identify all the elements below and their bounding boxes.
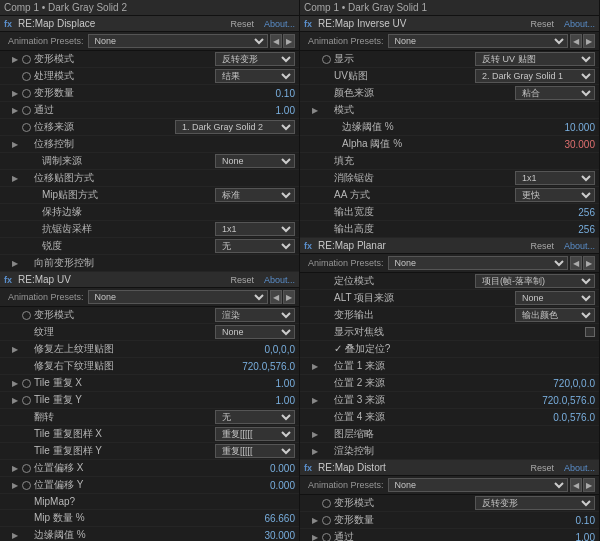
- prop-row: ▶ 变形数量 0.10: [0, 85, 299, 102]
- stopwatch-icon[interactable]: [322, 533, 331, 542]
- prop-value[interactable]: 720,0,0.0: [553, 378, 595, 389]
- stopwatch-icon[interactable]: [22, 123, 31, 132]
- prop-value[interactable]: 1.00: [276, 395, 295, 406]
- prop-label: Tile 重复 Y: [34, 393, 272, 407]
- about-uv[interactable]: About...: [264, 275, 295, 285]
- prop-row: ▶ 边缘阈值 % 30.000: [0, 527, 299, 541]
- prop-label: 变形输出: [334, 308, 515, 322]
- prop-dropdown[interactable]: 无: [215, 410, 295, 424]
- prop-dropdown[interactable]: None: [215, 325, 295, 339]
- prop-value[interactable]: 30.000: [564, 139, 595, 150]
- anim-prev-distort[interactable]: ◀: [570, 478, 582, 492]
- prop-label: 位置偏移 Y: [34, 478, 266, 492]
- anim-prev-uv[interactable]: ◀: [270, 290, 282, 304]
- stopwatch-icon[interactable]: [22, 396, 31, 405]
- prop-value[interactable]: 10.000: [564, 122, 595, 133]
- prop-value[interactable]: 66.660: [264, 513, 295, 524]
- anim-prev-planar[interactable]: ◀: [570, 256, 582, 270]
- stopwatch-icon[interactable]: [22, 464, 31, 473]
- prop-value[interactable]: 30.000: [264, 530, 295, 541]
- reset-uv[interactable]: Reset: [230, 275, 254, 285]
- reset-inverse-uv[interactable]: Reset: [530, 19, 554, 29]
- remap-displace-section[interactable]: fx RE:Map Displace Reset About...: [0, 16, 299, 32]
- prop-dropdown[interactable]: 标准: [215, 188, 295, 202]
- stopwatch-icon[interactable]: [322, 55, 331, 64]
- about-inverse-uv[interactable]: About...: [564, 19, 595, 29]
- prop-dropdown[interactable]: 2. Dark Gray Solid 1: [475, 69, 595, 83]
- prop-dropdown[interactable]: 输出颜色: [515, 308, 595, 322]
- prop-label: Tile 重复图样 Y: [34, 444, 215, 458]
- prop-dropdown[interactable]: 反转变形: [215, 52, 295, 66]
- triangle-icon: ▶: [12, 531, 20, 539]
- prop-dropdown[interactable]: None: [215, 154, 295, 168]
- prop-dropdown[interactable]: 反转变形: [475, 496, 595, 510]
- anim-next-planar[interactable]: ▶: [583, 256, 595, 270]
- prop-dropdown[interactable]: 项目(帧-落率制): [475, 274, 595, 288]
- anim-preset-select-distort[interactable]: None: [388, 478, 568, 492]
- prop-value[interactable]: 1.00: [276, 378, 295, 389]
- prop-row: ▶ 变形模式 反转变形: [300, 495, 599, 512]
- reset-distort[interactable]: Reset: [530, 463, 554, 473]
- prop-value[interactable]: 0.000: [270, 463, 295, 474]
- anim-next-inverse-uv[interactable]: ▶: [583, 34, 595, 48]
- remap-uv-section[interactable]: fx RE:Map UV Reset About...: [0, 272, 299, 288]
- prop-row: ▶ 翻转 无: [0, 409, 299, 426]
- anim-next-distort[interactable]: ▶: [583, 478, 595, 492]
- triangle-icon: ▶: [12, 106, 20, 114]
- stopwatch-icon[interactable]: [22, 72, 31, 81]
- prop-dropdown[interactable]: 重复[[[[[: [215, 427, 295, 441]
- prop-value[interactable]: 720.0,576.0: [242, 361, 295, 372]
- reset-displace[interactable]: Reset: [230, 19, 254, 29]
- prop-dropdown[interactable]: 渲染: [215, 308, 295, 322]
- reset-planar[interactable]: Reset: [530, 241, 554, 251]
- stopwatch-icon[interactable]: [22, 106, 31, 115]
- prop-row: ▶ 位置 2 来源 720,0,0.0: [300, 375, 599, 392]
- prop-value[interactable]: 0.10: [276, 88, 295, 99]
- stopwatch-icon[interactable]: [22, 379, 31, 388]
- anim-next-displace[interactable]: ▶: [283, 34, 295, 48]
- anim-next-uv[interactable]: ▶: [283, 290, 295, 304]
- remap-inverse-uv-section[interactable]: fx RE:Map Inverse UV Reset About...: [300, 16, 599, 32]
- anim-preset-select-inverse-uv[interactable]: None: [388, 34, 568, 48]
- prop-dropdown[interactable]: 更快: [515, 188, 595, 202]
- checkbox-show-focus[interactable]: [585, 327, 595, 337]
- anim-preset-select-planar[interactable]: None: [388, 256, 568, 270]
- anim-preset-select-uv[interactable]: None: [88, 290, 268, 304]
- stopwatch-icon[interactable]: [22, 481, 31, 490]
- prop-value[interactable]: 0,0,0,0: [264, 344, 295, 355]
- stopwatch-icon[interactable]: [322, 499, 331, 508]
- about-displace[interactable]: About...: [264, 19, 295, 29]
- prop-dropdown[interactable]: 反转 UV 贴图: [475, 52, 595, 66]
- stopwatch-icon[interactable]: [22, 55, 31, 64]
- prop-dropdown[interactable]: 粘合: [515, 86, 595, 100]
- prop-dropdown[interactable]: 1x1: [515, 171, 595, 185]
- anim-prev-displace[interactable]: ◀: [270, 34, 282, 48]
- prop-value[interactable]: 0.0,576.0: [553, 412, 595, 423]
- prop-value[interactable]: 1.00: [576, 532, 595, 542]
- prop-dropdown[interactable]: 重复[[[[[: [215, 444, 295, 458]
- remap-distort-section[interactable]: fx RE:Map Distort Reset About...: [300, 460, 599, 476]
- prop-value[interactable]: 256: [578, 207, 595, 218]
- anim-preset-select-displace[interactable]: None: [88, 34, 268, 48]
- prop-dropdown[interactable]: 1x1: [215, 222, 295, 236]
- about-distort[interactable]: About...: [564, 463, 595, 473]
- about-planar[interactable]: About...: [564, 241, 595, 251]
- prop-row: ▶ 输出高度 256: [300, 221, 599, 238]
- remap-planar-section[interactable]: fx RE:Map Planar Reset About...: [300, 238, 599, 254]
- stopwatch-icon[interactable]: [22, 311, 31, 320]
- prop-value[interactable]: 0.10: [576, 515, 595, 526]
- stopwatch-icon[interactable]: [22, 89, 31, 98]
- prop-value[interactable]: 1.00: [276, 105, 295, 116]
- anim-prev-inverse-uv[interactable]: ◀: [570, 34, 582, 48]
- prop-dropdown[interactable]: None: [515, 291, 595, 305]
- prop-label: 通过: [34, 103, 272, 117]
- prop-dropdown[interactable]: 1. Dark Gray Solid 2: [175, 120, 295, 134]
- prop-value[interactable]: 0.000: [270, 480, 295, 491]
- prop-dropdown[interactable]: 无: [215, 239, 295, 253]
- prop-value[interactable]: 256: [578, 224, 595, 235]
- prop-dropdown[interactable]: 结果: [215, 69, 295, 83]
- stopwatch-icon[interactable]: [322, 516, 331, 525]
- prop-value[interactable]: 720.0,576.0: [542, 395, 595, 406]
- prop-row: ▶ Mip贴图方式 标准: [0, 187, 299, 204]
- prop-row: ▶ 处理模式 结果: [0, 68, 299, 85]
